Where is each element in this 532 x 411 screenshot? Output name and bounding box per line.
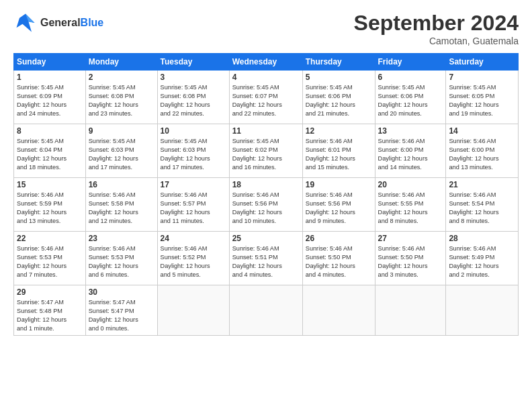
calendar-cell: 15Sunrise: 5:46 AM Sunset: 5:59 PM Dayli… bbox=[14, 178, 86, 232]
calendar-cell bbox=[446, 285, 519, 336]
calendar-cell: 10Sunrise: 5:45 AM Sunset: 6:03 PM Dayli… bbox=[157, 124, 229, 178]
month-title: September 2024 bbox=[354, 11, 519, 36]
calendar-cell: 20Sunrise: 5:46 AM Sunset: 5:55 PM Dayli… bbox=[375, 178, 446, 232]
day-number: 20 bbox=[378, 180, 443, 189]
header: GeneralBlue September 2024 Camotan, Guat… bbox=[13, 11, 519, 46]
logo: GeneralBlue bbox=[13, 11, 103, 35]
col-wednesday: Wednesday bbox=[229, 54, 302, 71]
calendar-cell: 6Sunrise: 5:45 AM Sunset: 6:06 PM Daylig… bbox=[375, 71, 446, 124]
day-info: Sunrise: 5:46 AM Sunset: 5:49 PM Dayligh… bbox=[449, 244, 515, 279]
calendar-cell: 5Sunrise: 5:45 AM Sunset: 6:06 PM Daylig… bbox=[302, 71, 375, 124]
day-number: 6 bbox=[378, 73, 443, 82]
day-info: Sunrise: 5:47 AM Sunset: 5:48 PM Dayligh… bbox=[17, 298, 83, 333]
day-number: 21 bbox=[449, 180, 515, 189]
day-info: Sunrise: 5:45 AM Sunset: 6:08 PM Dayligh… bbox=[161, 83, 226, 118]
day-number: 27 bbox=[378, 234, 443, 243]
day-number: 18 bbox=[232, 180, 300, 189]
day-number: 8 bbox=[17, 126, 83, 136]
col-sunday: Sunday bbox=[14, 54, 86, 71]
col-friday: Friday bbox=[375, 54, 446, 71]
day-number: 5 bbox=[306, 73, 372, 82]
col-saturday: Saturday bbox=[446, 54, 519, 71]
calendar-cell: 26Sunrise: 5:46 AM Sunset: 5:50 PM Dayli… bbox=[302, 232, 375, 285]
day-number: 29 bbox=[17, 287, 83, 297]
day-number: 9 bbox=[89, 126, 154, 136]
calendar-cell bbox=[157, 285, 229, 336]
day-number: 26 bbox=[306, 234, 372, 243]
day-info: Sunrise: 5:46 AM Sunset: 5:56 PM Dayligh… bbox=[306, 191, 372, 226]
day-number: 19 bbox=[306, 180, 372, 189]
day-info: Sunrise: 5:46 AM Sunset: 6:00 PM Dayligh… bbox=[378, 137, 443, 172]
calendar-cell: 11Sunrise: 5:45 AM Sunset: 6:02 PM Dayli… bbox=[229, 124, 302, 178]
calendar-week-4: 22Sunrise: 5:46 AM Sunset: 5:53 PM Dayli… bbox=[14, 232, 519, 285]
calendar-body: 1Sunrise: 5:45 AM Sunset: 6:09 PM Daylig… bbox=[14, 71, 519, 336]
calendar-cell: 24Sunrise: 5:46 AM Sunset: 5:52 PM Dayli… bbox=[157, 232, 229, 285]
day-number: 2 bbox=[89, 73, 154, 82]
col-thursday: Thursday bbox=[302, 54, 375, 71]
day-info: Sunrise: 5:45 AM Sunset: 6:06 PM Dayligh… bbox=[306, 83, 372, 118]
day-number: 13 bbox=[378, 126, 443, 136]
calendar-week-2: 8Sunrise: 5:45 AM Sunset: 6:04 PM Daylig… bbox=[14, 124, 519, 178]
day-info: Sunrise: 5:46 AM Sunset: 5:53 PM Dayligh… bbox=[89, 244, 154, 279]
calendar-cell: 25Sunrise: 5:46 AM Sunset: 5:51 PM Dayli… bbox=[229, 232, 302, 285]
day-info: Sunrise: 5:45 AM Sunset: 6:04 PM Dayligh… bbox=[17, 137, 83, 172]
day-number: 12 bbox=[306, 126, 372, 136]
day-number: 22 bbox=[17, 234, 83, 243]
calendar-cell: 30Sunrise: 5:47 AM Sunset: 5:47 PM Dayli… bbox=[85, 285, 157, 336]
day-info: Sunrise: 5:45 AM Sunset: 6:03 PM Dayligh… bbox=[161, 137, 226, 172]
calendar-cell: 13Sunrise: 5:46 AM Sunset: 6:00 PM Dayli… bbox=[375, 124, 446, 178]
calendar-cell: 1Sunrise: 5:45 AM Sunset: 6:09 PM Daylig… bbox=[14, 71, 86, 124]
day-number: 14 bbox=[449, 126, 515, 136]
calendar-cell: 16Sunrise: 5:46 AM Sunset: 5:58 PM Dayli… bbox=[85, 178, 157, 232]
header-row: Sunday Monday Tuesday Wednesday Thursday… bbox=[14, 54, 519, 71]
calendar-cell: 19Sunrise: 5:46 AM Sunset: 5:56 PM Dayli… bbox=[302, 178, 375, 232]
calendar-cell: 22Sunrise: 5:46 AM Sunset: 5:53 PM Dayli… bbox=[14, 232, 86, 285]
day-info: Sunrise: 5:46 AM Sunset: 5:54 PM Dayligh… bbox=[449, 191, 515, 226]
day-info: Sunrise: 5:46 AM Sunset: 5:55 PM Dayligh… bbox=[378, 191, 443, 226]
calendar-cell: 23Sunrise: 5:46 AM Sunset: 5:53 PM Dayli… bbox=[85, 232, 157, 285]
day-info: Sunrise: 5:46 AM Sunset: 5:59 PM Dayligh… bbox=[17, 191, 83, 226]
day-number: 4 bbox=[232, 73, 300, 82]
day-info: Sunrise: 5:45 AM Sunset: 6:03 PM Dayligh… bbox=[89, 137, 154, 172]
calendar-cell: 3Sunrise: 5:45 AM Sunset: 6:08 PM Daylig… bbox=[157, 71, 229, 124]
day-info: Sunrise: 5:46 AM Sunset: 5:50 PM Dayligh… bbox=[378, 244, 443, 279]
day-number: 17 bbox=[161, 180, 226, 189]
day-number: 7 bbox=[449, 73, 515, 82]
calendar-cell: 29Sunrise: 5:47 AM Sunset: 5:48 PM Dayli… bbox=[14, 285, 86, 336]
calendar-cell bbox=[375, 285, 446, 336]
subtitle: Camotan, Guatemala bbox=[354, 36, 519, 46]
col-tuesday: Tuesday bbox=[157, 54, 229, 71]
day-info: Sunrise: 5:46 AM Sunset: 5:53 PM Dayligh… bbox=[17, 244, 83, 279]
calendar-cell: 4Sunrise: 5:45 AM Sunset: 6:07 PM Daylig… bbox=[229, 71, 302, 124]
calendar: Sunday Monday Tuesday Wednesday Thursday… bbox=[13, 53, 519, 336]
calendar-cell: 17Sunrise: 5:46 AM Sunset: 5:57 PM Dayli… bbox=[157, 178, 229, 232]
day-info: Sunrise: 5:46 AM Sunset: 5:51 PM Dayligh… bbox=[232, 244, 300, 279]
day-info: Sunrise: 5:45 AM Sunset: 6:06 PM Dayligh… bbox=[378, 83, 443, 118]
calendar-cell bbox=[229, 285, 302, 336]
day-info: Sunrise: 5:46 AM Sunset: 5:56 PM Dayligh… bbox=[232, 191, 300, 226]
day-number: 15 bbox=[17, 180, 83, 189]
day-info: Sunrise: 5:45 AM Sunset: 6:02 PM Dayligh… bbox=[232, 137, 300, 172]
page: GeneralBlue September 2024 Camotan, Guat… bbox=[0, 0, 532, 411]
day-info: Sunrise: 5:46 AM Sunset: 6:01 PM Dayligh… bbox=[306, 137, 372, 172]
day-info: Sunrise: 5:46 AM Sunset: 6:00 PM Dayligh… bbox=[449, 137, 515, 172]
calendar-cell bbox=[302, 285, 375, 336]
calendar-cell: 14Sunrise: 5:46 AM Sunset: 6:00 PM Dayli… bbox=[446, 124, 519, 178]
day-number: 30 bbox=[89, 287, 154, 297]
day-number: 23 bbox=[89, 234, 154, 243]
day-info: Sunrise: 5:46 AM Sunset: 5:52 PM Dayligh… bbox=[161, 244, 226, 279]
day-info: Sunrise: 5:46 AM Sunset: 5:57 PM Dayligh… bbox=[161, 191, 226, 226]
day-info: Sunrise: 5:45 AM Sunset: 6:07 PM Dayligh… bbox=[232, 83, 300, 118]
day-info: Sunrise: 5:45 AM Sunset: 6:08 PM Dayligh… bbox=[89, 83, 154, 118]
calendar-week-5: 29Sunrise: 5:47 AM Sunset: 5:48 PM Dayli… bbox=[14, 285, 519, 336]
day-number: 3 bbox=[161, 73, 226, 82]
calendar-cell: 12Sunrise: 5:46 AM Sunset: 6:01 PM Dayli… bbox=[302, 124, 375, 178]
day-number: 25 bbox=[232, 234, 300, 243]
calendar-week-3: 15Sunrise: 5:46 AM Sunset: 5:59 PM Dayli… bbox=[14, 178, 519, 232]
logo-icon bbox=[13, 11, 38, 35]
day-number: 16 bbox=[89, 180, 154, 189]
day-info: Sunrise: 5:47 AM Sunset: 5:47 PM Dayligh… bbox=[89, 298, 154, 333]
calendar-cell: 18Sunrise: 5:46 AM Sunset: 5:56 PM Dayli… bbox=[229, 178, 302, 232]
calendar-header: Sunday Monday Tuesday Wednesday Thursday… bbox=[14, 54, 519, 71]
day-info: Sunrise: 5:45 AM Sunset: 6:05 PM Dayligh… bbox=[449, 83, 515, 118]
